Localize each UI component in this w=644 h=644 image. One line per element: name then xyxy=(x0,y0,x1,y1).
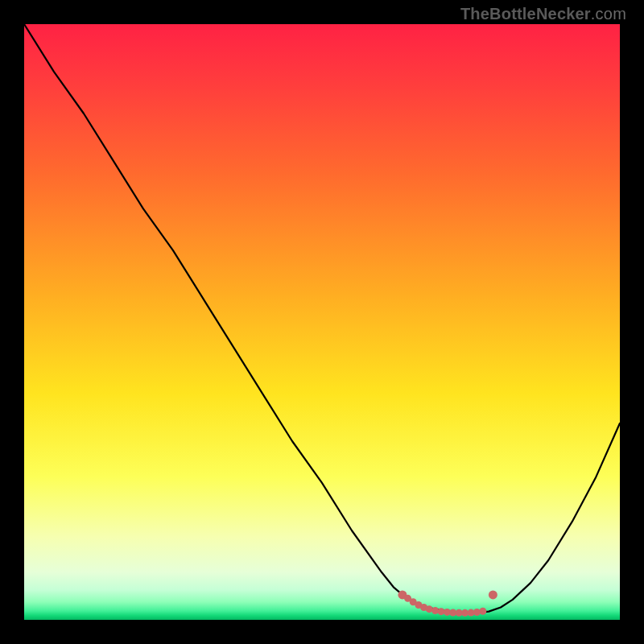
marker-dot xyxy=(489,590,497,599)
chart-frame: TheBottleNecker.com xyxy=(0,0,644,644)
chart-svg xyxy=(24,24,620,620)
watermark-tld: .com xyxy=(591,5,626,23)
watermark-brand: TheBottleNecker xyxy=(460,5,591,23)
marker-dot xyxy=(479,608,486,615)
bottleneck-curve xyxy=(24,24,620,613)
curve-path xyxy=(24,24,620,613)
plot-area xyxy=(24,24,620,620)
optimal-range-markers xyxy=(398,590,497,616)
watermark: TheBottleNecker.com xyxy=(460,5,626,23)
